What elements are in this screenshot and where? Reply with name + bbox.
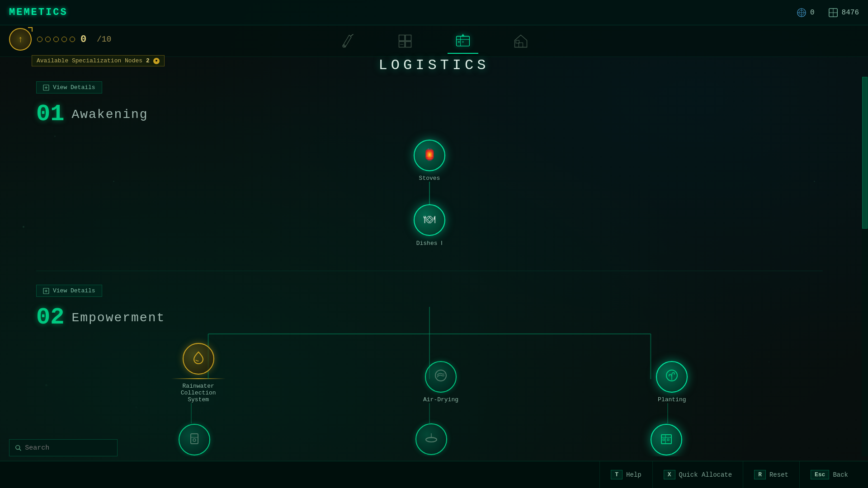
resource2-value: 8476 <box>842 9 859 17</box>
nodes-dot: ● <box>153 58 160 64</box>
svg-rect-9 <box>399 35 405 41</box>
ctrl-quick-allocate-label: Quick Allocate <box>679 471 732 479</box>
resource1: 0 <box>797 8 815 18</box>
tier1-tree: 🏮 Stoves 🍽 Dishes Ⅰ <box>36 140 823 257</box>
tier1-view-details[interactable]: View Details <box>36 81 102 94</box>
ctrl-help-label: Help <box>626 471 642 479</box>
nodes-text: Available Specialization Nodes <box>37 57 142 64</box>
spec-bar: ↑ 0 /10 <box>9 28 111 51</box>
tier2-vert-connectors <box>36 403 823 423</box>
tab-settlement[interactable] <box>505 29 536 53</box>
node-rainwater[interactable]: Rainwater Collection System <box>171 343 226 403</box>
tab-items[interactable] <box>390 29 420 53</box>
node-dishes1-circle[interactable]: 🍽 <box>414 204 445 236</box>
tier2-header: View Details <box>36 285 823 297</box>
svg-rect-43 <box>667 439 669 441</box>
ctrl-help[interactable]: T Help <box>599 461 652 488</box>
page-title: LOGISTICS <box>379 57 490 74</box>
search-input[interactable] <box>25 444 112 452</box>
tab-logistics-icon <box>455 33 471 49</box>
ctrl-help-key: T <box>611 470 623 479</box>
ctrl-reset[interactable]: R Reset <box>743 461 799 488</box>
tier2-row1: Rainwater Collection System Air-Drying <box>36 343 823 403</box>
ctrl-quick-allocate-key: X <box>664 470 675 479</box>
svg-line-7 <box>350 34 353 36</box>
ctrl-back[interactable]: Esc Back <box>799 461 859 488</box>
tier2-row2: Water Storage Dishes Ⅱ <box>36 423 823 456</box>
tab-settlement-icon <box>513 33 529 49</box>
tier1-header: View Details <box>36 81 823 94</box>
app-title: MEMETICS <box>9 7 68 18</box>
tab-combat-icon <box>339 33 355 49</box>
spec-nodes-label: Available Specialization Nodes 2 ● <box>32 55 165 66</box>
air-drying-icon <box>434 368 448 385</box>
tab-logistics[interactable] <box>448 29 478 53</box>
scrollbar-thumb[interactable] <box>862 77 868 229</box>
node-air-drying[interactable]: Air-Drying <box>423 361 458 403</box>
node-air-drying-circle[interactable] <box>425 361 457 393</box>
resource2-icon <box>828 8 838 18</box>
spec-icon: ↑ <box>9 28 32 51</box>
node-stoves-circle[interactable]: 🏮 <box>414 140 445 171</box>
node-planting[interactable]: Planting <box>656 361 688 403</box>
rainwater-icon <box>191 350 206 367</box>
spec-dot-4 <box>61 37 67 42</box>
topbar-right: 0 8476 <box>797 8 859 18</box>
svg-rect-12 <box>406 41 411 47</box>
vert-conn-mid <box>429 403 430 423</box>
tier2-view-details[interactable]: View Details <box>36 285 102 297</box>
node-stoves[interactable]: 🏮 Stoves <box>414 140 445 182</box>
spec-dots <box>37 37 75 42</box>
dishes2-icon <box>424 431 439 448</box>
svg-point-44 <box>16 446 20 450</box>
spec-dot-2 <box>45 37 51 42</box>
stoves-icon: 🏮 <box>422 150 437 161</box>
tier2-number: 02 <box>36 306 64 329</box>
tier1-number: 01 <box>36 103 64 126</box>
bottom-bar: T Help X Quick Allocate R Reset Esc Back <box>0 461 868 488</box>
node-dishes2-circle[interactable] <box>415 423 447 455</box>
node-compost-bins-circle[interactable] <box>651 424 682 455</box>
resource2: 8476 <box>828 8 859 18</box>
rainwater-label: Rainwater Collection System <box>171 383 226 403</box>
planting-icon <box>665 368 679 385</box>
spec-corner <box>28 27 33 32</box>
node-water-storage[interactable]: Water Storage <box>171 424 217 456</box>
vert-conn-right <box>667 403 668 423</box>
spec-dot-5 <box>70 37 75 42</box>
node-dishes1[interactable]: 🍽 Dishes Ⅰ <box>414 204 445 247</box>
category-tabs <box>0 25 868 57</box>
main-area[interactable]: View Details 01 Awakening 🏮 Stoves <box>0 77 859 456</box>
resource1-icon <box>797 8 807 18</box>
tier-separator <box>36 271 823 271</box>
scrollbar-track[interactable] <box>862 77 868 456</box>
ctrl-quick-allocate[interactable]: X Quick Allocate <box>652 461 743 488</box>
tier2-name: Empowerment <box>71 311 165 325</box>
tab-combat[interactable] <box>332 29 363 53</box>
node-water-storage-circle[interactable] <box>179 424 210 455</box>
ctrl-back-label: Back <box>833 471 848 479</box>
svg-rect-10 <box>406 35 411 41</box>
tab-items-icon <box>397 33 413 49</box>
search-box[interactable] <box>9 439 118 456</box>
svg-rect-42 <box>663 439 665 441</box>
tier2-section: View Details 02 Empowerment <box>0 276 859 456</box>
search-icon <box>15 444 21 451</box>
node-planting-circle[interactable] <box>656 361 688 393</box>
view-details2-icon <box>43 288 49 294</box>
node-dishes2[interactable]: Dishes Ⅱ <box>415 423 447 456</box>
svg-rect-18 <box>462 41 464 43</box>
node-rainwater-circle[interactable] <box>183 343 214 375</box>
tier1-name: Awakening <box>71 108 148 122</box>
connector-stoves-dishes <box>429 182 430 204</box>
compost-bins-icon <box>659 431 674 448</box>
vert-conn-left <box>191 403 192 423</box>
spec-max: /10 <box>92 35 111 44</box>
node-compost-bins[interactable]: Compost Bins <box>645 424 688 456</box>
svg-point-36 <box>193 439 196 441</box>
rainwater-underline <box>171 378 226 379</box>
spec-dot-1 <box>37 37 42 42</box>
tier2-tree: Rainwater Collection System Air-Drying <box>36 343 823 456</box>
svg-line-45 <box>19 449 21 451</box>
nodes-count: 2 <box>146 57 150 64</box>
